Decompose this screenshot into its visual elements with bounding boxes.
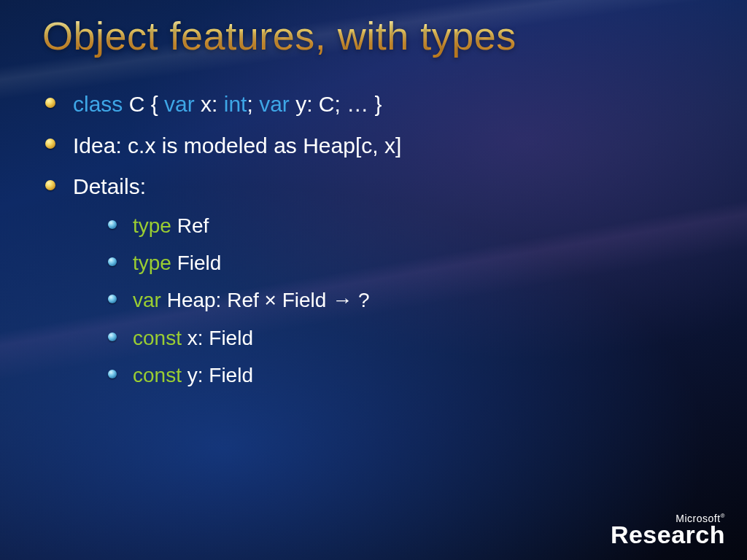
bullet-list: class C { var x: int; var y: C; … } Idea… bbox=[44, 88, 703, 391]
text-xdecl: x: bbox=[195, 92, 224, 116]
sub-var-heap: var Heap: Ref × Field → ? bbox=[108, 284, 703, 316]
logo-trademark: ® bbox=[721, 513, 725, 519]
logo-research-text: Research bbox=[611, 522, 725, 547]
sub-type-field: type Field bbox=[108, 247, 703, 279]
text-cname: C { bbox=[123, 92, 164, 116]
keyword-var-heap: var bbox=[133, 289, 161, 311]
sub-bullet-list: type Ref type Field var Heap: Ref × Fiel… bbox=[108, 210, 703, 392]
slide-body: class C { var x: int; var y: C; … } Idea… bbox=[44, 88, 703, 398]
text-details: Details: bbox=[73, 174, 146, 198]
keyword-const-y: const bbox=[133, 364, 182, 386]
text-ref: Ref bbox=[171, 214, 209, 237]
text-heap: Heap: Ref × Field → ? bbox=[161, 289, 370, 311]
slide: Object features, with types class C { va… bbox=[0, 0, 747, 560]
keyword-type-2: type bbox=[133, 252, 171, 274]
bullet-class-decl: class C { var x: int; var y: C; … } bbox=[44, 88, 703, 122]
microsoft-research-logo: Microsoft® Research bbox=[611, 513, 725, 547]
text-ydecl: y: C; … } bbox=[290, 92, 382, 116]
keyword-int: int bbox=[224, 92, 247, 116]
text-idea: Idea: c.x is modeled as Heap[c, x] bbox=[73, 133, 401, 158]
keyword-const-x: const bbox=[133, 327, 182, 349]
sub-const-x: const x: Field bbox=[108, 322, 703, 354]
text-field: Field bbox=[171, 252, 221, 274]
keyword-var-1: var bbox=[164, 92, 195, 116]
text-x-field: x: Field bbox=[182, 327, 253, 349]
sub-const-y: const y: Field bbox=[108, 359, 703, 391]
bullet-details: Details: type Ref type Field var Heap: R… bbox=[44, 170, 703, 391]
text-y-field: y: Field bbox=[182, 364, 253, 386]
keyword-class: class bbox=[73, 92, 123, 116]
bullet-idea: Idea: c.x is modeled as Heap[c, x] bbox=[44, 129, 703, 163]
keyword-var-2: var bbox=[259, 92, 290, 116]
slide-title: Object features, with types bbox=[42, 13, 718, 58]
keyword-type-1: type bbox=[133, 214, 171, 237]
sub-type-ref: type Ref bbox=[108, 210, 703, 241]
text-semi1: ; bbox=[247, 92, 259, 116]
